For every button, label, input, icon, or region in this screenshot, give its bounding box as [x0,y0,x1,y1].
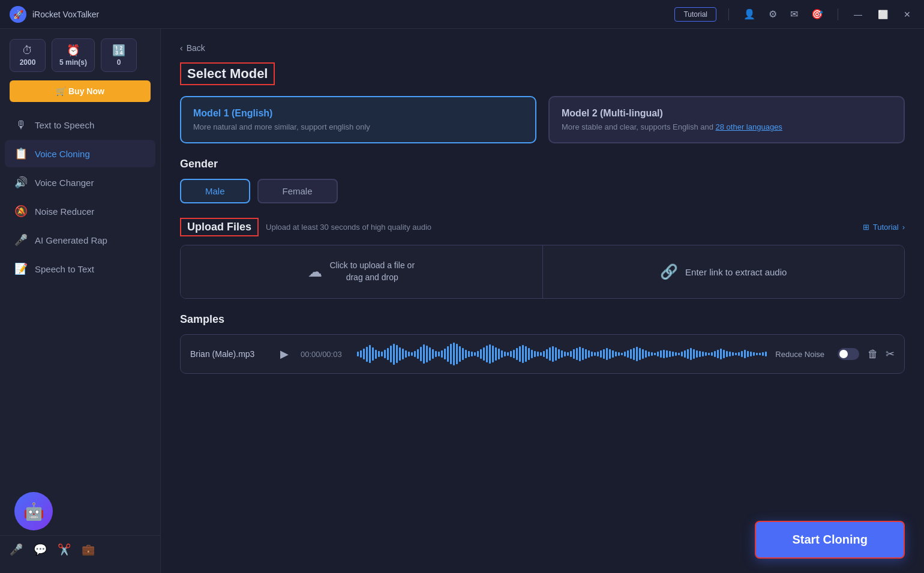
waveform-bar [513,350,515,358]
buy-now-button[interactable]: 🛒 Buy Now [10,80,151,102]
mail-icon[interactable]: ✉ [788,7,800,21]
waveform-bar [684,350,686,358]
settings-icon[interactable]: 🎯 [809,7,826,21]
waveform-bar [435,351,437,357]
waveform-bar [729,352,731,356]
voice-changer-icon: 🔊 [14,176,28,189]
time-display: 00:00/00:03 [301,350,349,359]
waveform-bar [360,350,362,358]
waveform-bar [459,346,461,362]
waveform-bar [585,349,587,359]
waveform-bar [750,352,752,356]
discord-icon[interactable]: ⚙ [766,7,779,21]
start-cloning-wrap: Start Cloning [755,521,905,559]
waveform-bar [660,350,662,358]
sidebar-item-label: Voice Cloning [35,149,90,159]
gender-female-button[interactable]: Female [257,179,338,203]
waveform-bar [708,353,710,355]
waveform-bar [588,350,590,358]
voice-cloning-icon: 📋 [14,147,28,160]
waveform-bar [423,344,425,364]
waveform-bar [531,350,533,358]
sidebar-item-speech-to-text[interactable]: 📝 Speech to Text [5,255,155,283]
waveform-bar [615,352,617,356]
waveform-bar [573,349,575,359]
waveform-bar [507,352,509,356]
waveform-bar [759,353,761,355]
upload-link-area[interactable]: 🔗 Enter link to extract audio [543,245,905,298]
waveform-bar [705,352,707,356]
waveform-bar [678,353,680,355]
split-icon[interactable]: ✂ [886,347,895,361]
reduce-noise-toggle[interactable] [838,348,859,360]
sidebar-item-noise-reducer[interactable]: 🔕 Noise Reducer [5,197,155,225]
waveform-bar [519,346,521,362]
back-button[interactable]: ‹ Back [180,43,905,53]
waveform-bar [525,346,527,362]
waveform-bar [552,346,554,362]
waveform-bar [408,352,410,356]
waveform-bar [510,351,512,357]
waveform-bar [417,349,419,359]
briefcase-icon[interactable]: 💼 [82,543,95,556]
stat-count: 🔢 0 [101,38,137,72]
titlebar-separator2 [838,8,838,20]
sidebar-item-ai-generated-rap[interactable]: 🎤 AI Generated Rap [5,226,155,254]
sidebar-item-voice-changer[interactable]: 🔊 Voice Changer [5,169,155,196]
model-1-card[interactable]: Model 1 (English) More natural and more … [180,96,536,143]
close-button[interactable]: ✕ [900,8,914,20]
waveform-bar [546,349,548,359]
waveform-bar [741,351,743,357]
text-to-speech-icon: 🎙 [14,119,28,131]
titlebar-actions: Tutorial 👤 ⚙ ✉ 🎯 — ⬜ ✕ [674,7,914,22]
count-value: 0 [117,58,121,67]
minimize-button[interactable]: — [850,8,866,20]
waveform-bar [570,351,572,357]
sidebar-stats: ⏱ 2000 ⏰ 5 min(s) 🔢 0 [10,38,151,72]
waveform-bar [456,344,458,364]
upload-click-text: Click to upload a file ordrag and drop [329,260,415,283]
waveform-bar [369,345,371,363]
waveform-bar [549,347,551,361]
user-icon[interactable]: 👤 [741,7,758,21]
maximize-button[interactable]: ⬜ [874,8,892,20]
waveform-bar [483,347,485,361]
play-button[interactable]: ▶ [277,346,292,362]
waveform-bar [378,351,380,357]
waveform-bar [516,348,518,360]
chat-icon[interactable]: 💬 [34,543,47,556]
titlebar-separator [728,8,729,20]
waveform-bar [630,349,632,359]
waveform-bar [594,352,596,356]
model-1-desc: More natural and more similar, support e… [193,122,523,131]
waveform-bar [375,350,377,359]
scissors-icon[interactable]: ✂️ [58,543,71,556]
model-2-desc-link[interactable]: 28 other languages [716,122,782,131]
waveform-bar [717,350,719,358]
sidebar: ⏱ 2000 ⏰ 5 min(s) 🔢 0 🛒 Buy Now 🎙 Text t… [0,29,161,573]
waveform-bar [609,349,611,359]
tutorial-button[interactable]: Tutorial [674,7,716,22]
waveform-bar [711,352,713,356]
delete-icon[interactable]: 🗑 [868,348,878,361]
upload-tutorial-link[interactable]: ⊞ Tutorial › [863,223,905,232]
waveform-bar [474,352,476,356]
waveform-bar [393,344,395,365]
upload-click-area[interactable]: ☁ Click to upload a file ordrag and drop [181,245,543,298]
model-2-card[interactable]: Model 2 (Multi-lingual) More stable and … [548,96,905,143]
waveform-bar [471,352,473,356]
waveform-bar [693,349,695,359]
sidebar-item-voice-cloning[interactable]: 📋 Voice Cloning [5,140,155,167]
content-area: ‹ Back Select Model Model 1 (English) Mo… [161,29,924,573]
waveform-bar [696,350,698,358]
gender-male-button[interactable]: Male [180,179,250,203]
waveform-bar [576,348,578,360]
waveform-bar [405,350,407,358]
main-layout: ⏱ 2000 ⏰ 5 min(s) 🔢 0 🛒 Buy Now 🎙 Text t… [0,29,924,573]
model-1-name: Model 1 (English) [193,108,523,119]
gender-label: Gender [180,158,905,170]
sidebar-item-text-to-speech[interactable]: 🎙 Text to Speech [5,112,155,139]
microphone-icon[interactable]: 🎤 [10,543,23,556]
start-cloning-button[interactable]: Start Cloning [755,521,905,559]
upload-title-wrap: Upload Files Upload at least 30 seconds … [180,218,431,236]
